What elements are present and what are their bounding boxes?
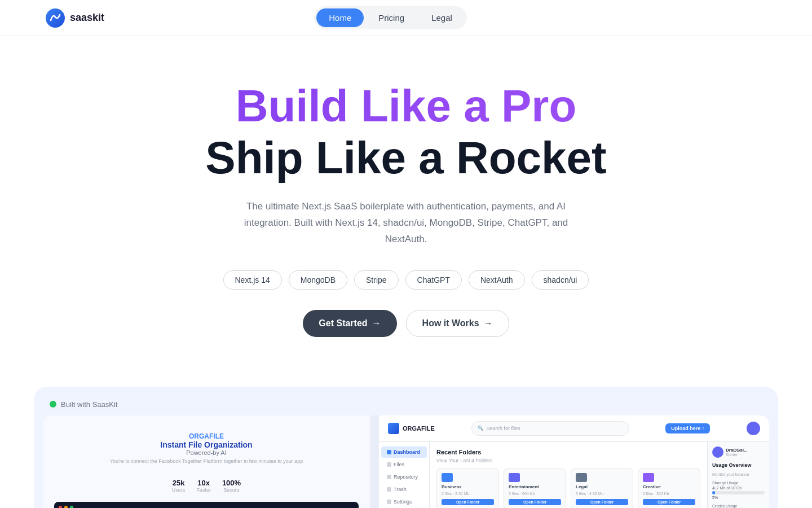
stat-val-1: 10x [196,479,211,487]
hero-section: Build Like a Pro Ship Like a Rocket The … [0,36,812,360]
credits-label: Credits Usage [712,504,765,508]
badge-stripe: Stripe [354,270,399,290]
folder-creative: Creative 2 files · 322 Kb Open Folder [638,468,700,508]
logo-text: saaskit [70,12,104,24]
mock-stat-0: 25k Users [172,479,186,493]
badge-nextjs: Next.js 14 [223,270,282,290]
folder-icon-entertainment [509,473,520,482]
mock-right-brand: ORGAFILE [403,425,435,432]
mock-nav-trash: Trash [381,484,427,495]
mock-user-info: DraCGsl... Starter [712,446,765,458]
folder-icon-legal [576,473,587,482]
mock-desc: You're to connect the Facebook Together … [60,458,353,464]
mock-nav-settings: Settings [381,496,427,507]
folder-name-legal: Legal [576,484,628,489]
mock-right-header: ORGAFILE 🔍 Search for files Upload here … [379,415,769,442]
hero-title-line2: Ship Like a Rocket [11,133,801,183]
folder-btn-legal: Open Folder [576,499,628,505]
mock-stats: 25k Users 10x Faster 100% Secure [54,479,359,493]
screenshot-label: Built with SaasKit [61,400,117,409]
mock-nav: Dashboard Files Repository Trash [379,442,430,508]
mock-usage-title: Usage Overview [712,462,765,468]
badge-mongodb: MongoDB [289,270,347,290]
storage-detail: 4L7 Mb of 10 Gb [712,486,765,490]
stat-val-2: 100% [222,479,241,487]
mock-nav-files: Files [381,459,427,470]
mock-title: Instant File Organization [60,440,353,449]
nav-legal[interactable]: Legal [419,8,465,27]
screenshot-section: Built with SaasKit ORGAFILE Instant File… [34,387,778,508]
mock-stat-1: 10x Faster [196,479,211,493]
storage-usage-item: Storage Usage 4L7 Mb of 10 Gb 5% [712,481,765,500]
stat-label-1: Faster [196,487,211,493]
mock-avatar-icon [712,446,723,458]
stat-label-0: Users [172,487,186,493]
storage-bar-bg [712,491,765,494]
nav-dot-settings [387,500,391,504]
mock-search-bar: 🔍 Search for files [471,421,629,436]
storage-bar-fill [712,491,715,494]
mock-usage-subtitle: Monitor your balance [712,472,765,476]
recent-folders-title: Recent Folders [436,449,700,456]
hero-subtitle: The ultimate Next.js SaaS boilerplate wi… [242,199,570,248]
cta-row: Get Started → How it Works → [11,310,801,337]
search-icon-mock: 🔍 [478,426,483,431]
mock-right-body: Dashboard Files Repository Trash [379,442,769,508]
folder-legal: Legal 3 files · 4.62 Mb Open Folder [571,468,633,508]
folder-name-business: Business [442,484,494,489]
folder-size-business: 2 files · 2.32 Mb [442,492,494,496]
logo[interactable]: saaskit [45,8,104,28]
folder-size-creative: 2 files · 322 Kb [643,492,695,496]
stat-val-0: 25k [172,479,186,487]
badge-nextauth: NextAuth [469,270,525,290]
folder-name-creative: Creative [643,484,695,489]
credits-usage-item: Credits Usage 18 of 100 credits 9% [712,504,765,508]
mock-right: ORGAFILE 🔍 Search for files Upload here … [379,415,769,508]
how-it-works-button[interactable]: How it Works → [406,310,509,337]
recent-folders-sub: View Your Last 4 Folders [436,458,700,463]
nav-dot-repository [387,475,391,479]
folder-icon-creative [643,473,654,482]
tech-badges: Next.js 14 MongoDB Stripe ChatGPT NextAu… [11,270,801,290]
badge-chatgpt: ChatGPT [405,270,462,290]
navbar: saaskit Home Pricing Legal [0,0,812,36]
nav-dot-files [387,462,391,467]
folder-size-entertainment: 3 files · 604 Kb [509,492,561,496]
nav-dot-trash [387,487,391,492]
mock-upload-button: Upload here ↑ [665,423,710,433]
nav-pricing[interactable]: Pricing [366,8,417,27]
mock-search-placeholder: Search for files [487,426,520,431]
mock-left: ORGAFILE Instant File Organization Power… [43,415,370,508]
folder-name-entertainment: Entertainment [509,484,561,489]
mock-main-content: Recent Folders View Your Last 4 Folders … [430,442,707,508]
screenshot-bar: Built with SaasKit [43,396,769,415]
traffic-light-green [50,401,56,408]
mock-plan: Starter [726,453,748,457]
get-started-button[interactable]: Get Started → [303,310,396,337]
stat-label-2: Secure [222,487,241,493]
mock-brand-left: ORGAFILE [60,432,353,440]
badge-shadcn: shadcn/ui [532,270,589,290]
folder-entertainment: Entertainment 3 files · 604 Kb Open Fold… [504,468,566,508]
mock-username: DraCGsl... [726,448,748,453]
mock-subtitle: Powered-by AI [60,449,353,456]
mock-nav-dashboard: Dashboard [381,446,427,458]
mock-folders: Business 2 files · 2.32 Mb Open Folder E… [436,468,700,508]
hero-title-line1: Build Like a Pro [11,81,801,131]
arrow-icon-secondary: → [484,318,493,329]
nav-home[interactable]: Home [316,8,364,27]
mock-screenshot-preview [54,502,359,508]
screenshots-inner: ORGAFILE Instant File Organization Power… [43,415,769,508]
mock-right-logo: ORGAFILE [388,423,435,434]
folder-size-legal: 3 files · 4.62 Mb [576,492,628,496]
folder-icon-business [442,473,453,482]
folder-business: Business 2 files · 2.32 Mb Open Folder [436,468,499,508]
nav-dot-dashboard [387,450,391,454]
arrow-icon: → [372,318,381,329]
mock-right-panel: DraCGsl... Starter Usage Overview Monito… [707,442,769,508]
mock-nav-repository: Repository [381,471,427,483]
storage-label: Storage Usage [712,481,765,485]
storage-pct: 5% [712,496,765,500]
mock-user-avatar [747,422,760,435]
get-started-label: Get Started [319,318,367,329]
